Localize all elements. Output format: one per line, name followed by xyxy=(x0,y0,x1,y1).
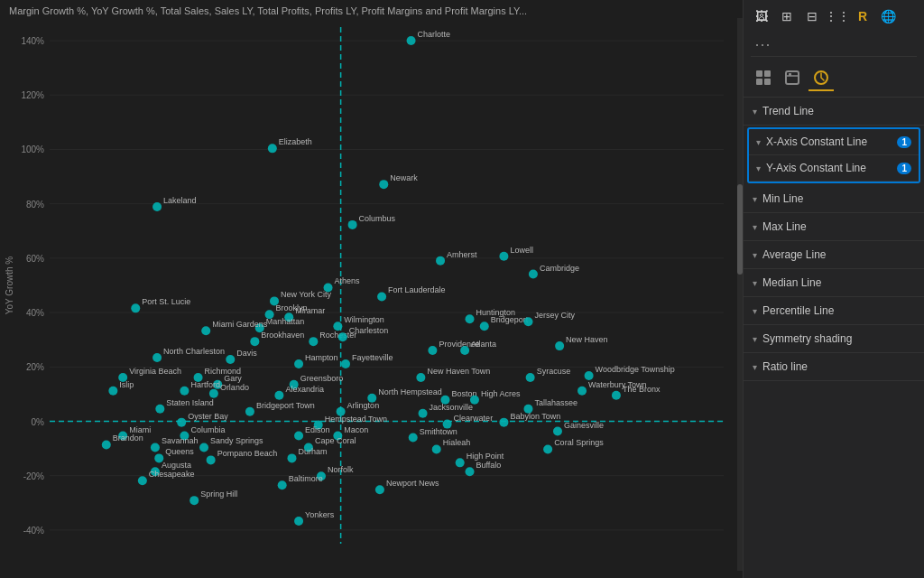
svg-point-144 xyxy=(553,427,562,436)
svg-text:Amherst: Amherst xyxy=(447,250,477,259)
svg-text:Tallahassee: Tallahassee xyxy=(534,398,578,407)
svg-text:Cambridge: Cambridge xyxy=(540,264,579,273)
svg-point-100 xyxy=(180,387,189,396)
tab-analytics[interactable] xyxy=(808,66,834,91)
section-header-max-line[interactable]: ▾Max Line xyxy=(744,213,924,240)
tab-format[interactable] xyxy=(780,66,805,91)
svg-text:Miramar: Miramar xyxy=(295,306,325,315)
svg-point-26 xyxy=(268,144,277,153)
svg-text:Elizabeth: Elizabeth xyxy=(279,137,312,146)
svg-text:Queens: Queens xyxy=(165,447,194,456)
section-label-average-line: Average Line xyxy=(762,248,827,261)
analytics-panel: ▾Trend Line▾X-Axis Constant Line1▾Y-Axis… xyxy=(744,98,924,578)
svg-text:Oyster Bay: Oyster Bay xyxy=(188,412,228,421)
svg-point-32 xyxy=(348,220,357,229)
svg-text:Hampton: Hampton xyxy=(305,353,338,362)
section-header-symmetry-shading[interactable]: ▾Symmetry shading xyxy=(744,325,924,352)
icon-table[interactable]: ⊞ xyxy=(776,5,798,27)
svg-point-70 xyxy=(555,341,564,350)
svg-rect-186 xyxy=(786,71,799,84)
panel-top-icons: 🖼 ⊞ ⊟ ⋮⋮ R 🌐 ⋯ xyxy=(744,0,924,98)
svg-text:Alexandria: Alexandria xyxy=(285,385,324,394)
svg-text:Hialeah: Hialeah xyxy=(443,438,471,447)
scrollbar-thumb[interactable] xyxy=(737,184,743,275)
constant-lines-group: ▾X-Axis Constant Line1▾Y-Axis Constant L… xyxy=(747,127,920,183)
svg-text:Charlotte: Charlotte xyxy=(418,30,451,39)
section-header-ratio-line[interactable]: ▾Ratio line xyxy=(744,353,924,380)
icon-grid[interactable]: ⊟ xyxy=(801,5,823,27)
section-header-median-line[interactable]: ▾Median Line xyxy=(744,269,924,296)
section-min-line: ▾Min Line xyxy=(744,185,924,213)
svg-text:New Haven Town: New Haven Town xyxy=(427,367,490,376)
icon-tiles[interactable]: ⋮⋮ xyxy=(827,5,848,27)
svg-text:Fayetteville: Fayetteville xyxy=(352,353,393,362)
svg-text:Greensboro: Greensboro xyxy=(300,374,344,383)
scrollbar-track[interactable] xyxy=(737,18,743,571)
svg-point-74 xyxy=(131,303,140,312)
svg-point-118 xyxy=(245,407,254,416)
svg-text:Babylon Town: Babylon Town xyxy=(510,412,560,421)
svg-text:Sandy Springs: Sandy Springs xyxy=(210,436,263,445)
svg-point-160 xyxy=(207,455,216,464)
svg-text:New Haven: New Haven xyxy=(566,335,608,344)
chevron-min-line: ▾ xyxy=(753,194,757,204)
svg-point-174 xyxy=(375,485,384,494)
svg-text:20%: 20% xyxy=(26,362,44,372)
svg-text:North Charleston: North Charleston xyxy=(163,347,225,356)
svg-text:High Acres: High Acres xyxy=(481,389,521,398)
section-header-percentile-line[interactable]: ▾Percentile Line xyxy=(744,297,924,324)
section-header-min-line[interactable]: ▾Min Line xyxy=(744,185,924,212)
svg-point-36 xyxy=(499,252,508,261)
svg-point-162 xyxy=(287,453,296,462)
right-panel: 🖼 ⊞ ⊟ ⋮⋮ R 🌐 ⋯ ▾Trend Line▾X-Axis Consta… xyxy=(744,0,924,578)
section-label-symmetry-shading: Symmetry shading xyxy=(762,332,852,345)
svg-text:Spring Hill: Spring Hill xyxy=(200,489,237,499)
svg-text:-20%: -20% xyxy=(23,471,44,481)
svg-text:New York City: New York City xyxy=(281,290,332,299)
icon-globe[interactable]: 🌐 xyxy=(877,5,899,27)
svg-text:Bridgeport Town: Bridgeport Town xyxy=(256,401,315,410)
svg-text:Augusta: Augusta xyxy=(162,461,191,470)
svg-text:Jersey City: Jersey City xyxy=(534,311,575,320)
svg-point-96 xyxy=(585,371,594,380)
chevron-average-line: ▾ xyxy=(753,250,757,260)
svg-point-122 xyxy=(419,409,428,418)
svg-point-166 xyxy=(466,467,475,476)
chevron-symmetry-shading: ▾ xyxy=(753,334,757,344)
svg-point-114 xyxy=(612,391,621,400)
svg-text:Lakeland: Lakeland xyxy=(163,196,197,205)
section-label-percentile-line: Percentile Line xyxy=(762,304,834,317)
ellipsis-icon: ⋯ xyxy=(751,35,771,53)
section-label-trend-line: Trend Line xyxy=(762,105,814,117)
svg-text:Savannah: Savannah xyxy=(162,436,199,445)
section-header-x-axis-constant[interactable]: ▾X-Axis Constant Line1 xyxy=(749,129,919,154)
svg-text:Davis: Davis xyxy=(236,349,257,358)
top-icon-row: 🖼 ⊞ ⊟ ⋮⋮ R 🌐 xyxy=(751,5,917,27)
tab-fields[interactable] xyxy=(751,66,776,91)
svg-point-142 xyxy=(409,434,418,443)
section-header-y-axis-constant[interactable]: ▾Y-Axis Constant Line1 xyxy=(749,155,919,181)
section-badge-y-axis-constant: 1 xyxy=(897,163,911,174)
svg-text:Columbus: Columbus xyxy=(359,214,396,223)
svg-text:Manhattan: Manhattan xyxy=(266,317,305,326)
icon-image[interactable]: 🖼 xyxy=(751,5,772,27)
svg-point-24 xyxy=(407,36,416,45)
svg-point-94 xyxy=(526,373,535,382)
svg-text:YoY Growth %: YoY Growth % xyxy=(5,256,14,315)
svg-point-92 xyxy=(416,373,425,382)
svg-text:Columbia: Columbia xyxy=(190,425,225,434)
section-median-line: ▾Median Line xyxy=(744,269,924,297)
svg-text:Jacksonville: Jacksonville xyxy=(430,403,474,412)
section-header-trend-line[interactable]: ▾Trend Line xyxy=(744,98,924,125)
section-average-line: ▾Average Line xyxy=(744,241,924,269)
section-header-average-line[interactable]: ▾Average Line xyxy=(744,241,924,268)
chevron-trend-line: ▾ xyxy=(753,107,757,117)
scatter-container: 140%120%100%80%60%40%20%0%-20%-40%YoY Gr… xyxy=(0,18,743,571)
svg-text:Woodbridge Township: Woodbridge Township xyxy=(596,365,675,374)
svg-point-72 xyxy=(201,326,210,335)
svg-text:0%: 0% xyxy=(32,417,45,427)
svg-text:80%: 80% xyxy=(26,200,44,210)
icon-r[interactable]: R xyxy=(852,5,873,27)
svg-rect-187 xyxy=(789,73,791,76)
svg-text:Coral Springs: Coral Springs xyxy=(554,438,604,447)
